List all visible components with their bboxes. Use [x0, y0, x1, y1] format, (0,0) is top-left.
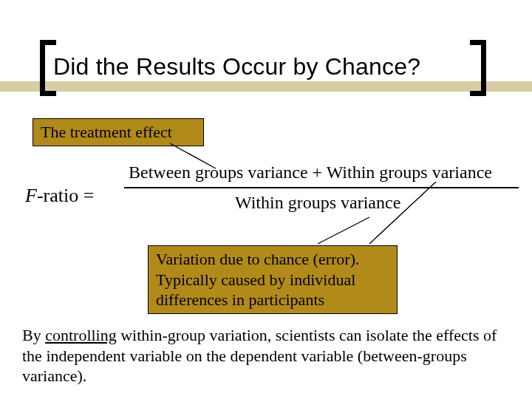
footer-paragraph: By controlling within-group variation, s… — [22, 325, 510, 386]
equation-lhs: F-ratio = — [25, 185, 94, 207]
equation-fraction: Between groups variance + Within groups … — [124, 163, 529, 213]
title-bracket-right — [470, 40, 486, 96]
accent-bar — [0, 81, 532, 92]
slide-title: Did the Results Occur by Chance? — [53, 53, 420, 81]
footer-underlined: controlling — [45, 326, 117, 344]
callout-chance-error: Variation due to chance (error). Typical… — [148, 245, 398, 314]
equation-lhs-rest: -ratio = — [37, 185, 94, 206]
equation-symbol-F: F — [25, 185, 37, 206]
equation-numerator: Between groups variance + Within groups … — [124, 163, 529, 183]
equation-denominator: Within groups variance — [124, 193, 529, 213]
fraction-rule — [124, 187, 519, 188]
slide: Did the Results Occur by Chance? The tre… — [0, 0, 532, 399]
pointer-chance-to-denominator — [318, 217, 369, 244]
callout-treatment-effect: The treatment effect — [33, 118, 204, 146]
footer-pre: By — [22, 326, 45, 344]
